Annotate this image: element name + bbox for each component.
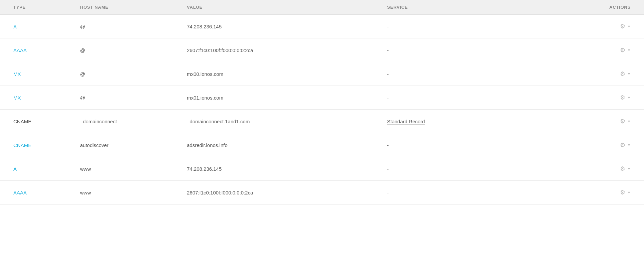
cell-type[interactable]: AAAA (13, 190, 80, 195)
cell-type[interactable]: A (13, 24, 80, 29)
gear-button[interactable]: ⚙ (619, 117, 627, 126)
table-row: CNAMEautodiscoveradsredir.ionos.info-⚙▾ (0, 133, 644, 157)
cell-host: @ (80, 95, 187, 101)
cell-value: _domainconnect.1and1.com (187, 119, 387, 124)
cell-actions: ⚙▾ (521, 22, 631, 31)
table-row: AAAA@2607:f1c0:100f:f000:0:0:0:2ca-⚙▾ (0, 38, 644, 62)
cell-type[interactable]: AAAA (13, 47, 80, 53)
cell-actions: ⚙▾ (521, 93, 631, 102)
gear-button[interactable]: ⚙ (619, 188, 627, 197)
standard-record-label: Standard Record (387, 119, 425, 125)
col-header-service: SERVICE (387, 5, 521, 10)
chevron-down-icon[interactable]: ▾ (627, 142, 631, 148)
cell-value: mx01.ionos.com (187, 95, 387, 101)
cell-service: Standard Record (387, 119, 521, 124)
gear-button[interactable]: ⚙ (619, 46, 627, 54)
gear-button[interactable]: ⚙ (619, 70, 627, 78)
col-header-host: HOST NAME (80, 5, 187, 10)
gear-button[interactable]: ⚙ (619, 141, 627, 149)
chevron-down-icon[interactable]: ▾ (627, 118, 631, 125)
cell-actions: ⚙▾ (521, 70, 631, 78)
cell-service: - (387, 142, 521, 148)
cell-host: www (80, 190, 187, 195)
col-header-value: VALUE (187, 5, 387, 10)
table-row: MX@mx00.ionos.com-⚙▾ (0, 62, 644, 86)
cell-type[interactable]: A (13, 166, 80, 172)
cell-value: 74.208.236.145 (187, 166, 387, 172)
col-header-type: TYPE (13, 5, 80, 10)
cell-value: 74.208.236.145 (187, 24, 387, 29)
cell-service: - (387, 190, 521, 195)
table-row: CNAME_domainconnect_domainconnect.1and1.… (0, 110, 644, 133)
chevron-down-icon[interactable]: ▾ (627, 189, 631, 196)
chevron-down-icon[interactable]: ▾ (627, 165, 631, 172)
chevron-down-icon[interactable]: ▾ (627, 23, 631, 30)
cell-host: @ (80, 47, 187, 53)
cell-type: CNAME (13, 119, 80, 124)
table-row: AAAAwww2607:f1c0:100f:f000:0:0:0:2ca-⚙▾ (0, 181, 644, 204)
cell-host: @ (80, 71, 187, 77)
table-header: TYPE HOST NAME VALUE SERVICE ACTIONS (0, 0, 644, 15)
cell-value: 2607:f1c0:100f:f000:0:0:0:2ca (187, 190, 387, 195)
cell-type[interactable]: MX (13, 71, 80, 77)
gear-button[interactable]: ⚙ (619, 164, 627, 173)
table-row: MX@mx01.ionos.com-⚙▾ (0, 86, 644, 110)
chevron-down-icon[interactable]: ▾ (627, 71, 631, 77)
dns-records-table: TYPE HOST NAME VALUE SERVICE ACTIONS A@7… (0, 0, 644, 276)
gear-button[interactable]: ⚙ (619, 22, 627, 31)
cell-type[interactable]: CNAME (13, 142, 80, 148)
cell-host: _domainconnect (80, 119, 187, 124)
cell-value: adsredir.ionos.info (187, 142, 387, 148)
cell-type[interactable]: MX (13, 95, 80, 101)
cell-actions: ⚙▾ (521, 117, 631, 126)
cell-host: @ (80, 24, 187, 29)
cell-actions: ⚙▾ (521, 164, 631, 173)
cell-actions: ⚙▾ (521, 188, 631, 197)
cell-service: - (387, 95, 521, 101)
chevron-down-icon[interactable]: ▾ (627, 94, 631, 101)
table-body: A@74.208.236.145-⚙▾AAAA@2607:f1c0:100f:f… (0, 15, 644, 204)
col-header-actions: ACTIONS (521, 5, 631, 10)
cell-actions: ⚙▾ (521, 141, 631, 149)
cell-value: 2607:f1c0:100f:f000:0:0:0:2ca (187, 47, 387, 53)
gear-button[interactable]: ⚙ (619, 93, 627, 102)
cell-service: - (387, 24, 521, 29)
table-row: A@74.208.236.145-⚙▾ (0, 15, 644, 38)
chevron-down-icon[interactable]: ▾ (627, 47, 631, 53)
cell-service: - (387, 71, 521, 77)
cell-host: autodiscover (80, 142, 187, 148)
cell-actions: ⚙▾ (521, 46, 631, 54)
cell-host: www (80, 166, 187, 172)
cell-service: - (387, 47, 521, 53)
table-row: Awww74.208.236.145-⚙▾ (0, 157, 644, 181)
cell-value: mx00.ionos.com (187, 71, 387, 77)
cell-service: - (387, 166, 521, 172)
